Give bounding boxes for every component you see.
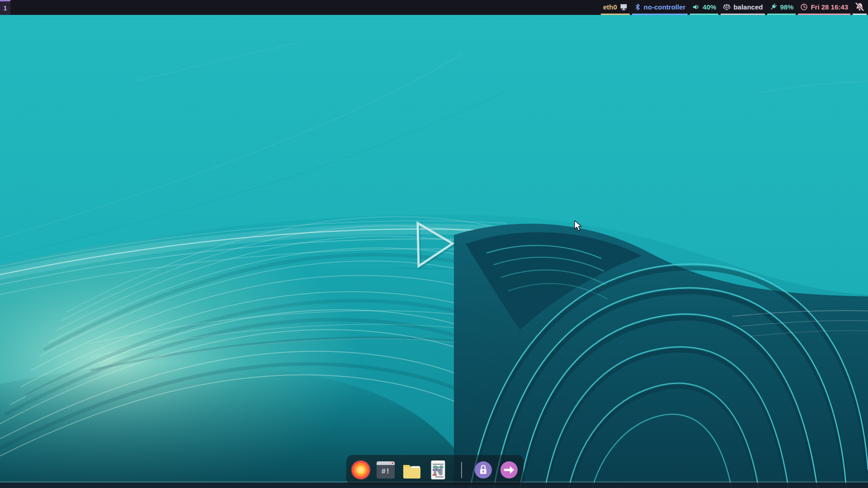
monitor-icon xyxy=(620,3,627,11)
status-bar: 1 eth0 no-controller xyxy=(0,0,868,15)
bluetooth-icon xyxy=(634,3,641,11)
bar-spacer xyxy=(10,0,599,15)
speaker-icon xyxy=(692,3,700,11)
power-profile-module[interactable]: balanced xyxy=(721,0,765,15)
file-manager-button[interactable] xyxy=(401,460,422,480)
dock: #! N xyxy=(346,455,524,485)
battery-label: 98% xyxy=(780,3,793,11)
terminal-button[interactable]: #! xyxy=(375,460,396,480)
bluetooth-module[interactable]: no-controller xyxy=(632,0,688,15)
notes-editor-button[interactable]: N xyxy=(428,460,448,480)
desktop: 1 eth0 no-controller xyxy=(0,0,868,488)
desktop-wallpaper xyxy=(0,0,868,488)
power-profile-label: balanced xyxy=(733,3,763,11)
bell-muted-icon xyxy=(855,2,864,11)
lock-icon xyxy=(475,461,492,479)
network-module[interactable]: eth0 xyxy=(601,0,630,15)
lock-screen-button[interactable] xyxy=(473,460,494,480)
network-label: eth0 xyxy=(603,3,617,11)
sun-icon xyxy=(351,460,371,480)
svg-text:N: N xyxy=(433,463,443,478)
bluetooth-label: no-controller xyxy=(644,3,686,11)
workspace-label: 1 xyxy=(4,5,7,12)
clock-icon xyxy=(800,3,808,11)
scales-icon xyxy=(723,3,731,11)
volume-label: 40% xyxy=(703,3,716,11)
n-document-icon: N xyxy=(431,461,445,479)
plug-icon xyxy=(769,3,777,11)
log-out-button[interactable] xyxy=(499,460,519,480)
svg-text:#!: #! xyxy=(381,468,390,476)
clock-label: Fri 28 16:43 xyxy=(811,3,848,11)
folder-icon xyxy=(403,465,420,479)
workspace-indicator[interactable]: 1 xyxy=(0,0,10,15)
launcher-button[interactable] xyxy=(350,460,371,480)
terminal-icon: #! xyxy=(377,461,395,479)
status-modules: eth0 no-controller 40% xyxy=(599,0,868,15)
dock-separator xyxy=(461,462,462,478)
clock-module[interactable]: Fri 28 16:43 xyxy=(798,0,850,15)
battery-module[interactable]: 98% xyxy=(767,0,796,15)
notifications-module[interactable] xyxy=(853,0,867,15)
arrow-right-icon xyxy=(500,461,518,479)
volume-module[interactable]: 40% xyxy=(690,0,718,15)
